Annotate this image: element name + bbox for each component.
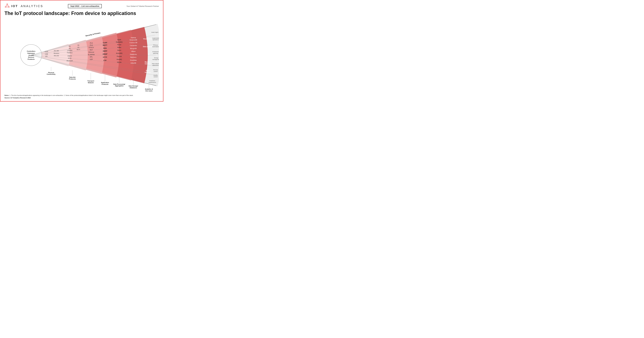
ap-amqp: AMQP [102, 53, 107, 55]
uc-process-auto: Process [153, 44, 158, 46]
dp-storm: Storm [117, 50, 121, 51]
tn-ethernet: Ethernet [88, 51, 94, 53]
al-ai: AI [148, 54, 150, 55]
label-data-storage2: Databases [130, 87, 137, 88]
label-data-proc: Data Processing/ [113, 83, 125, 85]
dl-4g: 4G [69, 48, 71, 49]
security-privacy-label: Security & Privacy [85, 32, 100, 37]
label-app-protocols2: Protocols [102, 84, 108, 85]
uc-prod-planning2: planning [153, 52, 158, 54]
uc-plant-network: Plant network [152, 63, 159, 64]
main-title: The IoT protocol landscape: From device … [4, 10, 159, 16]
tn-ipv6: IPv6 [90, 44, 93, 46]
date-badge: Sept 2022 – List non-exhaustive [68, 4, 102, 8]
al-machine-learning: Machine [144, 61, 150, 63]
tn-wot: WoT [90, 49, 93, 51]
al-deep-learning2: learning [145, 72, 150, 73]
uc-quality-ctrl: Quality [154, 74, 158, 76]
uc-plant-network2: optimization [152, 65, 159, 66]
header: IOT ANALYTICS Sept 2022 – List non-exhau… [4, 3, 159, 9]
label-transport: Transport [88, 80, 94, 82]
tn-6lowpan: 6LoWPAN [88, 54, 95, 56]
uc-prod-planning: Production [152, 51, 159, 52]
source-text: Source: IoT Analytics Research 2022 [4, 97, 159, 99]
tn-ipv4: IPv4 [90, 42, 93, 44]
uc-pred-maint: Predictive [150, 80, 155, 82]
logo-iot: IOT [11, 4, 18, 8]
note1: Notes: 1. The list of protocols/applicat… [4, 94, 159, 97]
dl-5g: 5G [69, 46, 71, 47]
label-data-proc2: Aggregation [115, 85, 124, 86]
phys-rj45: RJ45 [45, 51, 48, 52]
uc-augmented-ops2: operations [152, 39, 159, 40]
svg-point-0 [7, 4, 8, 5]
ds-bigquery: BigQuery [130, 56, 136, 58]
svg-point-1 [5, 6, 6, 8]
uc-remote-control2: control [154, 71, 158, 72]
ds-cosmosdb: Cosmos DB [130, 42, 137, 44]
label-physical: Physical [48, 72, 54, 74]
phys-rs485: RS-485 [54, 50, 59, 52]
dp-hivemq: HiveMQ [116, 58, 122, 60]
svg-line-4 [7, 5, 9, 6]
phys-usb: USB [45, 53, 48, 55]
ap-ftp: FTP [104, 60, 106, 61]
logo-area: IOT ANALYTICS [4, 3, 43, 9]
dl-lpwan: LPWAN [67, 50, 72, 51]
label-analytics: Analytics & [145, 88, 153, 90]
ds-dynamodb: DynamoDB [130, 39, 137, 41]
dl-fieldbus: Fieldbus [67, 52, 72, 54]
ds-influxdb: InfluxDB [130, 62, 136, 64]
dp-kafka: Kafka [118, 46, 121, 48]
center-devices: Devices [28, 56, 34, 58]
uc-energy-mgmt2: management [152, 59, 159, 60]
label-datalink2: Protocols [69, 78, 76, 80]
logo-text: IOT ANALYTICS [11, 4, 43, 8]
diagram-container: Controllers Gateways Assets Devices Prod… [4, 18, 159, 93]
dp-activemq: ActiveMQ [116, 52, 122, 54]
ap-mqtt: MQTT [103, 44, 107, 46]
ap-dds: DDS [103, 47, 107, 49]
center-products: Products [28, 58, 34, 60]
svg-point-2 [8, 6, 10, 8]
notes-section: Notes: 1. The list of protocols/applicat… [4, 94, 159, 99]
uc-remote-control: Remote [153, 69, 158, 70]
ds-snowflake: Snowflake [130, 59, 137, 61]
ds-cassandra: Cassandra [130, 45, 137, 46]
al-machine-learning2: learning [145, 63, 150, 64]
dp-rabbitmq: RabbitMQ [116, 41, 122, 43]
uc-pred-maint2: maintenance [148, 82, 156, 83]
al-deep-learning: Deep [146, 70, 150, 71]
label-physical2: Connectivity [47, 74, 56, 75]
uc-asset-mgmt: Asset mgmt. [151, 32, 159, 33]
dl-rfid: RFID [68, 58, 71, 59]
center-assets: Assets [28, 54, 34, 56]
dp-sqlite: SQLite [117, 62, 122, 63]
tn-6tisch: 6TiSCH [89, 47, 94, 48]
logo-icon [4, 3, 10, 9]
dp-fluentd: Fluentd [117, 56, 122, 57]
phys-rs232: RS-232 [54, 55, 59, 56]
uc-energy-mgmt: Energy [154, 57, 158, 58]
ap-coap: CoAP [103, 42, 107, 44]
dl-wifi: Wi-Fi [77, 49, 80, 50]
partner-text: Your Global IoT Market Research Partner [126, 5, 159, 7]
dl-3g: 3G [77, 44, 79, 46]
svg-line-3 [6, 5, 7, 6]
label-app-protocols: Application [101, 82, 109, 83]
label-transport2: Network [88, 82, 94, 84]
logo-analytics: ANALYTICS [21, 4, 43, 8]
dp-spark: Spark [118, 39, 121, 40]
al-data-analysis: Data analysis [143, 46, 152, 48]
al-visualization: Visualization [143, 38, 152, 40]
ds-hadoop: Hadoop [131, 37, 136, 38]
label-analytics2: Use cases [145, 90, 152, 92]
dl-bluetooth: Bluetooth [66, 60, 73, 62]
center-gateways: Gateways [27, 52, 35, 54]
dl-zigbee: Zigbee [68, 55, 72, 57]
source-label: Source: IoT Analytics Research 2022 [4, 97, 31, 98]
dl-2g: 2G [77, 46, 79, 48]
uc-quality-ctrl2: control [154, 76, 158, 78]
ds-databricks: Databricks [130, 54, 137, 55]
label-data-storage: Data Storage/ [129, 85, 138, 87]
